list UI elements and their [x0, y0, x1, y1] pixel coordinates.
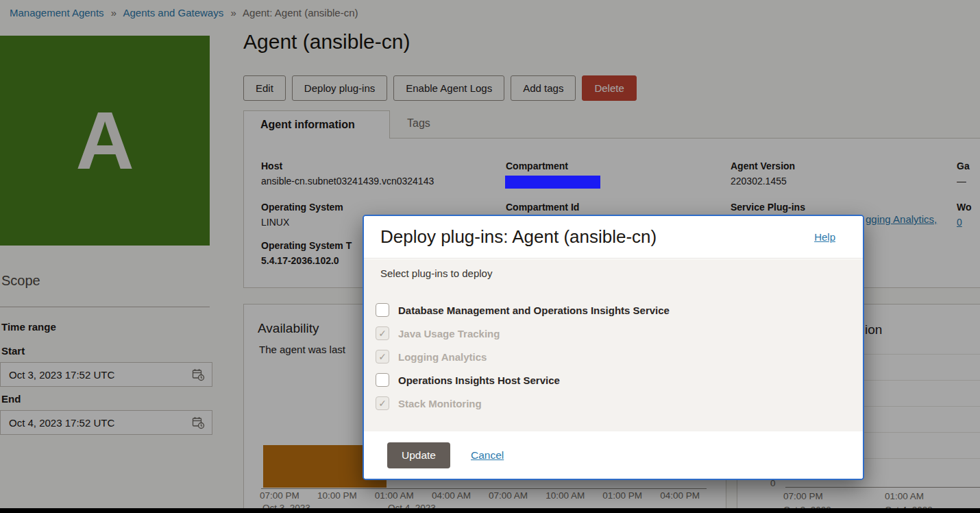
checkbox-unchecked[interactable]: [376, 373, 389, 387]
modal-footer: Update Cancel: [364, 431, 863, 480]
plugin-label: Java Usage Tracking: [398, 328, 500, 339]
checkbox-checked-disabled: ✓: [376, 326, 389, 340]
checkmark-icon: ✓: [378, 351, 387, 362]
deploy-plugins-modal: Deploy plug-ins: Agent (ansible-cn) Help…: [363, 215, 864, 480]
checkbox-unchecked[interactable]: [376, 303, 389, 317]
plugin-row-database-management[interactable]: Database Management and Operations Insig…: [376, 302, 670, 318]
plugin-row-operations-insights-host[interactable]: Operations Insights Host Service: [376, 372, 560, 388]
plugin-row-java-usage-tracking: ✓ Java Usage Tracking: [376, 325, 500, 342]
modal-body: Select plug-ins to deploy Database Manag…: [364, 259, 863, 431]
plugin-row-logging-analytics: ✓ Logging Analytics: [376, 348, 487, 365]
cancel-link[interactable]: Cancel: [471, 449, 504, 462]
checkbox-checked-disabled: ✓: [376, 350, 389, 363]
agent-details-page: Management Agents » Agents and Gateways …: [0, 0, 980, 513]
update-button[interactable]: Update: [387, 442, 450, 468]
compartment-value-redaction: [505, 176, 600, 189]
checkbox-checked-disabled: ✓: [376, 396, 389, 410]
checkmark-icon: ✓: [378, 398, 387, 409]
modal-title: Deploy plug-ins: Agent (ansible-cn): [380, 226, 657, 248]
plugin-label: Logging Analytics: [398, 351, 487, 363]
plugin-label: Operations Insights Host Service: [398, 374, 560, 386]
plugin-label: Stack Monitoring: [398, 398, 482, 409]
help-link[interactable]: Help: [814, 231, 835, 243]
modal-instruction: Select plug-ins to deploy: [380, 267, 492, 279]
modal-header: Deploy plug-ins: Agent (ansible-cn) Help: [364, 216, 863, 259]
checkmark-icon: ✓: [378, 328, 387, 339]
bottom-window-edge: [0, 508, 980, 513]
plugin-row-stack-monitoring: ✓ Stack Monitoring: [376, 395, 482, 411]
plugin-label: Database Management and Operations Insig…: [398, 305, 670, 316]
